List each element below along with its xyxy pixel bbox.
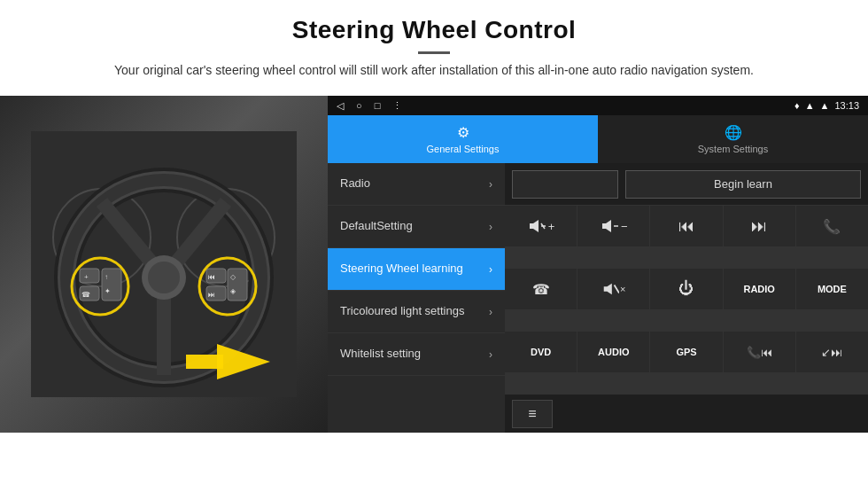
audio-label: AUDIO xyxy=(598,347,629,357)
svg-marker-33 xyxy=(602,220,611,232)
menu-item-default-label: DefaultSetting xyxy=(340,219,489,234)
controls-top-row: Begin learn xyxy=(505,163,868,206)
svg-rect-29 xyxy=(186,355,223,369)
svg-line-36 xyxy=(615,285,619,293)
svg-text:⏮: ⏮ xyxy=(208,273,215,281)
prev-track-button[interactable]: ⏮ xyxy=(650,206,722,246)
chevron-icon: › xyxy=(489,263,492,276)
power-button[interactable]: ⏻ xyxy=(650,269,722,309)
tab-system-label: System Settings xyxy=(698,144,768,154)
chevron-icon: › xyxy=(489,348,492,361)
tab-general-label: General Settings xyxy=(427,144,500,154)
tab-bar: ⚙ General Settings 🌐 System Settings xyxy=(328,115,868,163)
back-icon[interactable]: ◁ xyxy=(337,100,344,112)
chevron-icon: › xyxy=(489,306,492,318)
recents-icon[interactable]: □ xyxy=(375,100,381,111)
header-description: Your original car's steering wheel contr… xyxy=(97,61,771,80)
menu-item-tricoloured[interactable]: Tricoloured light settings › xyxy=(328,291,505,333)
radio-label: RADIO xyxy=(743,284,774,294)
home-icon[interactable]: ○ xyxy=(356,100,362,111)
menu-item-steering-wheel[interactable]: Steering Wheel learning › xyxy=(328,248,505,291)
nav-icons: ◁ ○ □ ⋮ xyxy=(337,100,402,112)
svg-rect-14 xyxy=(80,269,99,283)
signal-icon: ▲ xyxy=(820,100,830,111)
svg-text:↑: ↑ xyxy=(105,273,108,281)
android-panel: ◁ ○ □ ⋮ ♦ ▲ ▲ 13:13 ⚙ General Settings 🌐… xyxy=(328,96,868,433)
svg-marker-35 xyxy=(604,284,612,295)
menu-item-radio-label: Radio xyxy=(340,176,489,191)
svg-text:⏭: ⏭ xyxy=(208,291,215,299)
steering-wheel-svg: ● + ☎ ↑ ✦ xyxy=(31,131,297,397)
empty-input-box xyxy=(512,170,618,199)
audio-button[interactable]: AUDIO xyxy=(577,332,649,372)
location-icon: ♦ xyxy=(794,100,800,111)
radio-button[interactable]: RADIO xyxy=(724,269,795,309)
mute-button[interactable]: × xyxy=(577,269,649,309)
controls-grid: + − ⏮ ⏭ 📞 xyxy=(505,206,868,394)
dvd-label: DVD xyxy=(531,347,551,357)
dvd-button[interactable]: DVD xyxy=(505,332,577,372)
hang-up-button[interactable]: ☎ xyxy=(505,269,577,309)
page-header: Steering Wheel Control Your original car… xyxy=(0,0,868,89)
menu-list: Radio › DefaultSetting › Steering Wheel … xyxy=(328,163,505,433)
begin-learn-button[interactable]: Begin learn xyxy=(625,170,861,199)
gps-label: GPS xyxy=(676,347,696,357)
next-track-button[interactable]: ⏭ xyxy=(724,206,795,246)
list-icon-button[interactable]: ≡ xyxy=(512,400,553,428)
controls-bottom-row: ≡ xyxy=(505,394,868,433)
status-bar: ◁ ○ □ ⋮ ♦ ▲ ▲ 13:13 xyxy=(328,96,868,115)
chevron-icon: › xyxy=(489,178,492,191)
general-settings-icon: ⚙ xyxy=(457,124,469,141)
menu-controls-area: Radio › DefaultSetting › Steering Wheel … xyxy=(328,163,868,433)
vol-down-button[interactable]: − xyxy=(577,206,649,246)
content-area: ● + ☎ ↑ ✦ xyxy=(0,96,868,433)
svg-text:✦: ✦ xyxy=(105,287,111,295)
svg-point-11 xyxy=(148,262,180,293)
page-title: Steering Wheel Control xyxy=(53,16,815,44)
svg-text:+: + xyxy=(84,273,89,281)
chevron-icon: › xyxy=(489,221,492,233)
status-indicators: ♦ ▲ ▲ 13:13 xyxy=(794,100,859,111)
mode-label: MODE xyxy=(818,284,847,294)
phone-button[interactable]: 📞 xyxy=(796,206,868,246)
menu-item-whitelist-label: Whitelist setting xyxy=(340,347,489,362)
menu-item-whitelist[interactable]: Whitelist setting › xyxy=(328,333,505,376)
tab-general-settings[interactable]: ⚙ General Settings xyxy=(328,115,598,163)
tab-system-settings[interactable]: 🌐 System Settings xyxy=(598,115,868,163)
phone-next-button[interactable]: ↙⏭ xyxy=(796,332,868,372)
svg-marker-30 xyxy=(530,220,539,232)
vol-up-button[interactable]: + xyxy=(505,206,577,246)
gps-button[interactable]: GPS xyxy=(650,332,722,372)
menu-item-steering-label: Steering Wheel learning xyxy=(340,262,489,277)
svg-text:☎: ☎ xyxy=(81,291,90,299)
controls-panel: Begin learn + − ⏮ xyxy=(505,163,868,433)
menu-item-radio[interactable]: Radio › xyxy=(328,163,505,206)
title-divider xyxy=(418,51,450,54)
menu-item-default-setting[interactable]: DefaultSetting › xyxy=(328,206,505,248)
menu-item-tricoloured-label: Tricoloured light settings xyxy=(340,304,489,319)
mode-button[interactable]: MODE xyxy=(796,269,868,309)
svg-text:◈: ◈ xyxy=(230,287,236,295)
steering-wheel-image: ● + ☎ ↑ ✦ xyxy=(0,96,328,433)
wifi-icon: ▲ xyxy=(805,100,815,111)
list-icon: ≡ xyxy=(528,406,536,422)
phone-prev-button[interactable]: 📞⏮ xyxy=(724,332,795,372)
clock: 13:13 xyxy=(834,100,859,111)
menu-icon[interactable]: ⋮ xyxy=(392,100,402,112)
system-settings-icon: 🌐 xyxy=(725,124,742,141)
svg-text:◇: ◇ xyxy=(230,273,236,281)
